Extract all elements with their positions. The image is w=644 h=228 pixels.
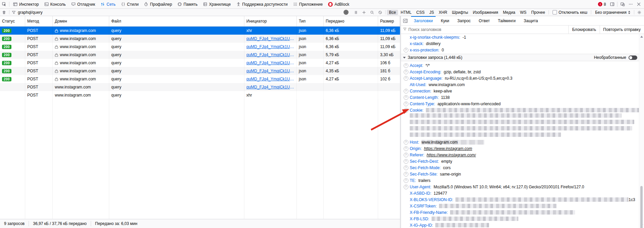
type-filter-js[interactable]: JS xyxy=(427,10,436,15)
help-icon[interactable]: ? xyxy=(404,178,408,183)
header-name[interactable]: Accept: xyxy=(410,63,423,68)
pause-recording-button[interactable] xyxy=(352,9,360,16)
help-icon[interactable]: ? xyxy=(404,63,408,68)
help-icon[interactable]: ? xyxy=(404,76,408,81)
responsive-mode-button[interactable] xyxy=(618,0,627,8)
header-name[interactable]: Cookie: xyxy=(410,108,424,113)
headers-search-input[interactable]: Поиск заголовков xyxy=(408,27,441,32)
request-row[interactable]: 200POSTwww.instagram.comqueryquMD_FJq4_Y… xyxy=(0,35,400,43)
help-icon[interactable]: ? xyxy=(404,140,408,145)
clear-filter-button[interactable] xyxy=(344,10,349,15)
help-icon[interactable]: ? xyxy=(404,89,408,93)
request-row[interactable]: 200POSTwww.instagram.comqueryxhrjson6,36… xyxy=(0,27,400,35)
devtools-tab-console[interactable]: Консоль xyxy=(42,0,69,8)
help-icon[interactable]: ? xyxy=(404,102,408,106)
column-header-3[interactable]: Файл xyxy=(109,16,244,26)
header-name[interactable]: Sec-Fetch-Site: xyxy=(410,172,438,177)
type-filter-прочее[interactable]: Прочее xyxy=(529,10,547,15)
column-header-0[interactable]: Статус xyxy=(0,16,25,26)
column-header-2[interactable]: Домен xyxy=(53,16,109,26)
search-requests-button[interactable] xyxy=(368,9,376,16)
initiator-link[interactable]: quMD_FJq4_YmqiCk1U1qjr... xyxy=(246,61,294,65)
initiator-link[interactable]: quMD_FJq4_YmqiCk1U1qjr... xyxy=(246,85,294,89)
header-name[interactable]: X-ASBD-ID: xyxy=(410,191,431,196)
header-name[interactable]: x-xss-protection: xyxy=(410,48,439,52)
column-header-6[interactable]: Передано xyxy=(324,16,378,26)
header-name[interactable]: Sec-Fetch-Dest: xyxy=(410,159,439,164)
initiator-link[interactable]: quMD_FJq4_YmqiCk1U1qjr... xyxy=(246,77,294,81)
split-console-button[interactable] xyxy=(401,19,410,23)
details-tab-ответ[interactable]: Ответ xyxy=(475,16,494,25)
header-name[interactable]: Accept-Encoding: xyxy=(410,70,441,74)
type-filter-изображения[interactable]: Изображения xyxy=(471,10,500,15)
dock-side-button[interactable] xyxy=(608,0,616,8)
devtools-tab-style-editor[interactable]: Стили xyxy=(118,0,142,8)
type-filter-css[interactable]: CSS xyxy=(414,10,427,15)
block-url-button[interactable]: Блокировать xyxy=(568,26,599,34)
details-tab-куки[interactable]: Куки xyxy=(437,16,453,25)
initiator-link[interactable]: quMD_FJq4_YmqiCk1U1qjr... xyxy=(246,44,294,49)
help-icon[interactable]: ? xyxy=(404,146,408,151)
header-name[interactable]: x-stack: xyxy=(410,41,424,46)
help-icon[interactable]: ? xyxy=(404,185,408,189)
request-row[interactable]: 200POSTwww.instagram.comqueryquMD_FJq4_Y… xyxy=(0,51,400,59)
details-scrollbar[interactable] xyxy=(639,34,644,228)
devtools-tab-debugger[interactable]: Отладчик xyxy=(69,0,98,8)
block-requests-button[interactable] xyxy=(376,9,384,16)
devtools-tab-profiler[interactable]: Профайлер xyxy=(141,0,175,8)
raw-toggle-switch[interactable] xyxy=(629,55,637,60)
header-name[interactable]: Content-Type: xyxy=(410,102,435,106)
request-row[interactable]: POSTwww.instagram.comqueryxhr xyxy=(0,91,400,99)
header-name[interactable]: Host: xyxy=(410,140,419,145)
column-header-7[interactable]: Размер xyxy=(378,16,400,26)
column-header-4[interactable]: Инициатор xyxy=(244,16,297,26)
initiator-link[interactable]: quMD_FJq4_YmqiCk1U1qjr... xyxy=(246,36,294,41)
header-name[interactable]: Connection: xyxy=(410,89,431,93)
help-icon[interactable]: ? xyxy=(404,70,408,74)
devtools-tab-application[interactable]: Приложение xyxy=(290,0,325,8)
error-count-badge[interactable]: ! 8 xyxy=(596,2,608,7)
type-filter-медиа[interactable]: Медиа xyxy=(501,10,517,15)
meatball-menu-button[interactable] xyxy=(627,0,635,8)
help-icon[interactable]: ? xyxy=(404,48,408,52)
help-icon[interactable]: ? xyxy=(404,165,408,170)
header-name[interactable]: Accept-Language: xyxy=(410,76,442,81)
details-tab-запрос[interactable]: Запрос xyxy=(453,16,475,25)
clear-requests-button[interactable] xyxy=(0,9,8,16)
header-name[interactable]: x-ig-snorlax-chunk-sleepms: xyxy=(410,35,460,40)
initiator-link[interactable]: quMD_FJq4_YmqiCk1U1qjr... xyxy=(246,52,294,57)
scrollbar-thumb[interactable] xyxy=(640,186,643,228)
devtools-tab-adblock[interactable]: AdBlock xyxy=(325,0,352,8)
type-filter-xhr[interactable]: XHR xyxy=(437,10,449,15)
throttling-select[interactable]: Без ограничения xyxy=(592,10,633,15)
scroll-up-arrow-icon[interactable] xyxy=(640,36,643,38)
type-filter-шрифты[interactable]: Шрифты xyxy=(450,10,470,15)
pick-element-button[interactable] xyxy=(0,0,8,8)
column-header-5[interactable]: Тип xyxy=(297,16,324,26)
header-name[interactable]: X-CSRFToken: xyxy=(410,204,437,208)
new-request-button[interactable] xyxy=(360,9,368,16)
type-filter-ws[interactable]: WS xyxy=(518,10,528,15)
type-filter-все[interactable]: Все xyxy=(387,10,398,15)
header-name[interactable]: X-IG-App-ID: xyxy=(410,223,433,228)
details-tab-заголовки[interactable]: Заголовки xyxy=(410,16,437,25)
request-row[interactable]: 200POSTwww.instagram.comqueryquMD_FJq4_Y… xyxy=(0,43,400,51)
column-header-1[interactable]: Метод xyxy=(25,16,53,26)
devtools-tab-storage[interactable]: Хранилище xyxy=(200,0,234,8)
devtools-tab-network[interactable]: Сеть xyxy=(98,0,118,8)
resend-button[interactable]: Повторить отправку xyxy=(600,26,644,34)
header-value-link[interactable]: https://www.instagram.com xyxy=(424,146,472,151)
type-filter-html[interactable]: HTML xyxy=(399,10,414,15)
request-headers-section-header[interactable]: Заголовки запроса (1,448 кБ)Необработанн… xyxy=(401,54,639,61)
devtools-tab-memory[interactable]: Память xyxy=(175,0,200,8)
request-row[interactable]: 200POSTwww.instagram.comqueryquMD_FJq4_Y… xyxy=(0,67,400,75)
disable-cache-checkbox[interactable]: Отключить кеш xyxy=(550,10,590,15)
header-name[interactable]: Origin: xyxy=(410,146,421,151)
request-row[interactable]: POSTwww.instagram.comqueryquMD_FJq4_Ymqi… xyxy=(0,83,400,91)
devtools-tab-inspector[interactable]: Инспектор xyxy=(10,0,42,8)
header-name[interactable]: X-FB-Friendly-Name: xyxy=(410,210,448,215)
header-name[interactable]: X-BLOKS-VERSION-ID: xyxy=(410,197,453,202)
details-tab-защита[interactable]: Защита xyxy=(520,16,542,25)
close-devtools-button[interactable] xyxy=(635,0,643,8)
help-icon[interactable]: ? xyxy=(404,108,408,113)
